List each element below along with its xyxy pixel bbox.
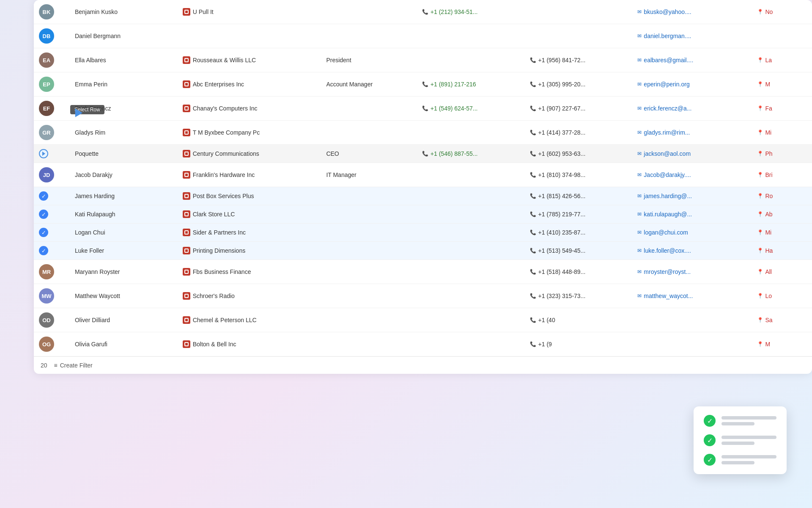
email-link[interactable]: ✉ james.harding@... <box>637 193 747 199</box>
email-link[interactable]: ✉ gladys.rim@rim... <box>637 129 747 136</box>
location-link[interactable]: 📍 M <box>757 81 807 88</box>
phone2-cell: 📞 +1 (410) 235-87... <box>525 224 633 242</box>
phone-number: +1 (518) 448-89... <box>538 268 586 275</box>
company-link[interactable]: Chemel & Peterson LLC <box>183 316 316 324</box>
table-row-ella-albares: EA Ella Albares Rousseaux & Willis LLC P… <box>34 48 812 72</box>
company-link[interactable]: U Pull It <box>183 8 316 16</box>
phone-link[interactable]: 📞 +1 (323) 315-73... <box>530 293 628 299</box>
email-link[interactable]: ✉ daniel.bergman.... <box>637 33 747 39</box>
company-link[interactable]: T M Byxbee Company Pc <box>183 129 316 136</box>
email-link[interactable]: ✉ jackson@aol.com <box>637 150 747 157</box>
location-link[interactable]: 📍 Lo <box>757 293 807 299</box>
phone-link[interactable]: 📞 +1 (414) 377-28... <box>530 129 628 136</box>
company-link[interactable]: Sider & Partners Inc <box>183 229 316 236</box>
email-cell: ✉ daniel.bergman.... <box>632 24 752 48</box>
company-link[interactable]: Chanay's Computers Inc <box>183 105 316 112</box>
company-link[interactable]: Abc Enterprises Inc <box>183 80 316 88</box>
location-link[interactable]: 📍 Ro <box>757 193 807 199</box>
title-cell: Account Manager <box>321 72 417 97</box>
company-link[interactable]: Clark Store LLC <box>183 210 316 218</box>
phone-link[interactable]: 📞 +1 (891) 217-216 <box>422 81 520 88</box>
company-link[interactable]: Schroer's Radio <box>183 292 316 300</box>
title-cell <box>321 24 417 48</box>
location-link[interactable]: 📍 All <box>757 268 807 275</box>
row-checkbox[interactable] <box>39 228 48 237</box>
company-link[interactable]: Rousseaux & Willis LLC <box>183 56 316 64</box>
location-text: All <box>765 268 772 275</box>
company-link[interactable]: Post Box Services Plus <box>183 192 316 200</box>
email-address: luke.foller@cox.... <box>644 247 691 254</box>
phone-link[interactable]: 📞 +1 (785) 219-77... <box>530 211 628 218</box>
create-filter-button[interactable]: ≡ Create Filter <box>54 362 93 369</box>
phone-link[interactable]: 📞 +1 (546) 887-55... <box>422 150 520 157</box>
location-link[interactable]: 📍 La <box>757 57 807 64</box>
email-link[interactable]: ✉ luke.foller@cox.... <box>637 247 747 254</box>
company-link[interactable]: Franklin's Hardware Inc <box>183 171 316 179</box>
phone-link[interactable]: 📞 +1 (549) 624-57... <box>422 105 520 112</box>
location-link[interactable]: 📍 Ph <box>757 150 807 157</box>
phone-icon: 📞 <box>530 57 536 63</box>
location-cell: 📍 Ha <box>752 242 812 260</box>
phone1-cell <box>417 260 525 284</box>
phone-link[interactable]: 📞 +1 (815) 426-56... <box>530 193 628 199</box>
email-icon: ✉ <box>637 293 642 299</box>
phone-link[interactable]: 📞 +1 (212) 934-51... <box>422 8 520 15</box>
title-cell <box>321 224 417 242</box>
title-cell: President <box>321 48 417 72</box>
email-link[interactable]: ✉ logan@chui.com <box>637 229 747 236</box>
email-cell: ✉ matthew_waycot... <box>632 284 752 308</box>
phone-number: +1 (305) 995-20... <box>538 81 586 88</box>
location-link[interactable]: 📍 Bri <box>757 171 807 178</box>
location-link[interactable]: 📍 M <box>757 341 807 348</box>
filter-icon: ≡ <box>54 362 58 369</box>
phone-link[interactable]: 📞 +1 (956) 841-72... <box>530 57 628 64</box>
phone-link[interactable]: 📞 +1 (907) 227-67... <box>530 105 628 112</box>
company-link[interactable]: Fbs Business Finance <box>183 268 316 276</box>
phone-link[interactable]: 📞 +1 (602) 953-63... <box>530 150 628 157</box>
location-link[interactable]: 📍 Mi <box>757 229 807 236</box>
select-cell: JD <box>34 163 70 187</box>
phone-number: +1 (546) 887-55... <box>431 150 478 157</box>
email-link[interactable]: ✉ mroyster@royst... <box>637 268 747 275</box>
company-link[interactable]: Printing Dimensions <box>183 247 316 254</box>
company-cell: Franklin's Hardware Inc <box>178 163 321 187</box>
phone-link[interactable]: 📞 +1 (410) 235-87... <box>530 229 628 236</box>
phone1-cell <box>417 242 525 260</box>
name-cell: Poquette <box>70 145 178 163</box>
email-link[interactable]: ✉ bkusko@yahoo.... <box>637 8 747 15</box>
popup-line-2 <box>721 442 754 445</box>
phone-link[interactable]: 📞 +1 (40 <box>530 317 628 323</box>
row-checkbox[interactable] <box>39 149 48 158</box>
location-link[interactable]: 📍 Mi <box>757 129 807 136</box>
location-link[interactable]: 📍 Fa <box>757 105 807 112</box>
phone-link[interactable]: 📞 +1 (810) 374-98... <box>530 171 628 178</box>
company-link[interactable]: Century Communications <box>183 150 316 157</box>
company-link[interactable]: Bolton & Bell Inc <box>183 340 316 348</box>
phone-link[interactable]: 📞 +1 (518) 448-89... <box>530 268 628 275</box>
email-icon: ✉ <box>637 130 642 135</box>
email-link[interactable]: ✉ matthew_waycot... <box>637 293 747 299</box>
email-address: james.harding@... <box>644 193 692 199</box>
location-icon: 📍 <box>757 57 763 63</box>
row-checkbox[interactable] <box>39 246 48 255</box>
location-link[interactable]: 📍 No <box>757 8 807 15</box>
location-link[interactable]: 📍 Ha <box>757 247 807 254</box>
row-checkbox[interactable] <box>39 210 48 219</box>
avatar: EP <box>39 77 54 92</box>
email-link[interactable]: ✉ ealbares@gmail.... <box>637 57 747 64</box>
company-cell: Century Communications <box>178 145 321 163</box>
row-checkbox[interactable] <box>39 191 48 201</box>
email-link[interactable]: ✉ kati.rulapaugh@... <box>637 211 747 218</box>
phone-link[interactable]: 📞 +1 (513) 549-45... <box>530 247 628 254</box>
phone-link[interactable]: 📞 +1 (305) 995-20... <box>530 81 628 88</box>
phone-icon: 📞 <box>530 130 536 135</box>
phone-link[interactable]: 📞 +1 (9 <box>530 341 628 348</box>
location-link[interactable]: 📍 Ab <box>757 211 807 218</box>
email-link[interactable]: ✉ erick.ferencz@a... <box>637 105 747 112</box>
email-link[interactable]: ✉ eperin@perin.org <box>637 81 747 88</box>
email-link[interactable]: ✉ Jacob@darakjy.... <box>637 171 747 178</box>
location-link[interactable]: 📍 Sa <box>757 317 807 323</box>
popup-item: ✓ <box>704 415 776 427</box>
phone-number: +1 (9 <box>538 341 552 348</box>
email-icon: ✉ <box>637 81 642 87</box>
